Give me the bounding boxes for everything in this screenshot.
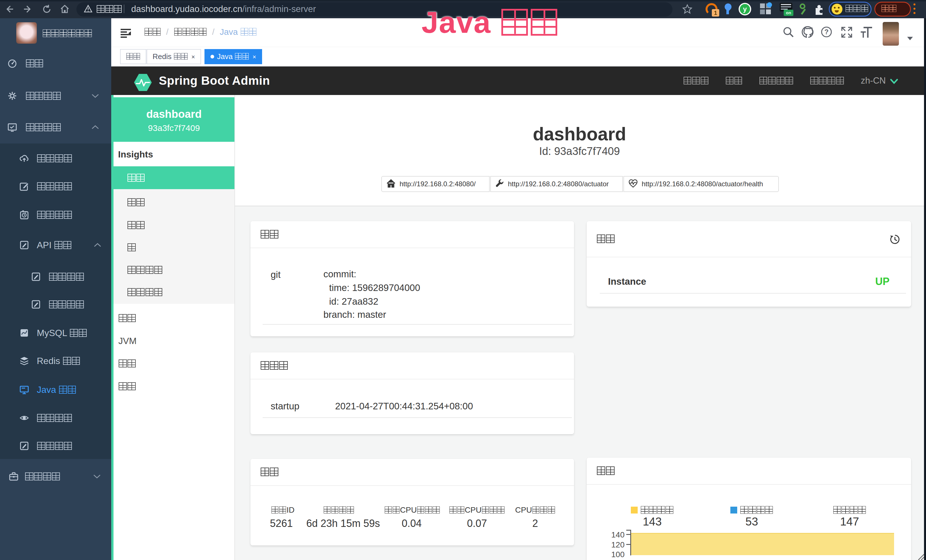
svg-text:?: ? (825, 28, 829, 36)
